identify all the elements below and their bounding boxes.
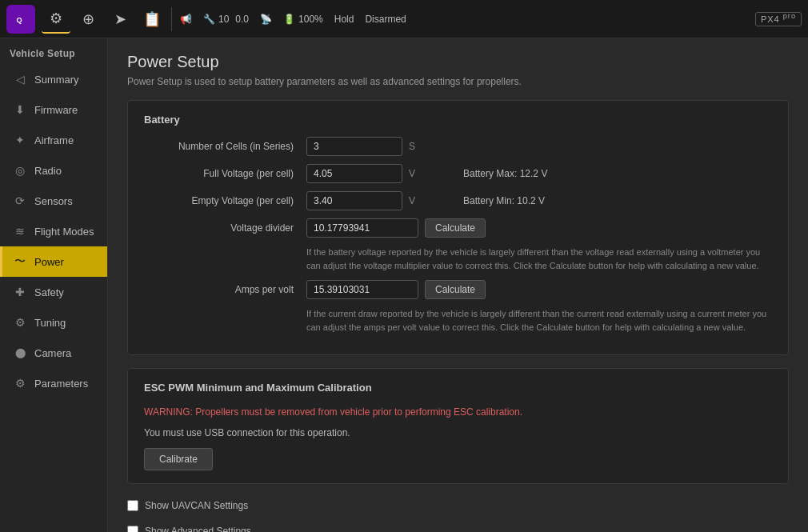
send-nav-icon[interactable]: ➤ [106,5,134,34]
empty-voltage-unit: V [409,195,425,206]
sidebar-item-safety[interactable]: Safety [0,277,107,307]
page-title: Power Setup [127,53,789,71]
app-logo[interactable]: Q [6,5,35,34]
sidebar-item-tuning[interactable]: Tuning [0,307,107,338]
sidebar-item-sensors[interactable]: Sensors [0,186,107,216]
sidebar-item-power[interactable]: Power [0,246,107,277]
calibrate-button[interactable]: Calibrate [144,448,213,470]
page-description: Power Setup is used to setup battery par… [127,76,789,87]
advanced-label[interactable]: Show Advanced Settings [145,526,251,532]
safety-icon [12,284,28,300]
firmware-icon [12,102,28,118]
sidebar-header: Vehicle Setup [0,42,107,64]
full-voltage-row: Full Voltage (per cell) V Battery Max: 1… [144,164,772,183]
sidebar-item-camera[interactable]: Camera [0,338,107,368]
battery-status: 🔋 100% [283,14,323,25]
counter-sub-value: 0.0 [235,14,249,25]
cells-row: Number of Cells (in Series) S [144,137,772,156]
sensors-icon [12,193,28,209]
uavcan-label[interactable]: Show UAVCAN Settings [145,500,248,511]
amps-per-volt-row: Amps per volt Calculate [144,280,772,299]
sidebar-label-parameters: Parameters [34,378,88,390]
amps-per-volt-input[interactable] [306,280,418,299]
topbar-status: 📢 🔧 10 0.0 📡 🔋 100% Hold Disarmed [180,14,406,25]
uavcan-checkbox-row: Show UAVCAN Settings [127,497,789,514]
esc-usb-note: You must use USB connection for this ope… [144,427,772,438]
sidebar-item-parameters[interactable]: Parameters [0,368,107,398]
sidebar-label-safety: Safety [34,286,64,298]
battery-max-label: Battery Max: 12.2 V [463,168,547,179]
doc-nav-icon[interactable]: 📋 [138,5,166,34]
megaphone-icon: 📢 [180,14,192,25]
cells-input[interactable] [306,137,402,156]
sidebar-label-camera: Camera [34,347,71,359]
hold-label: Hold [334,14,354,25]
esc-section: ESC PWM Minimum and Maximum Calibration … [127,368,789,484]
voltage-divider-calculate-button[interactable]: Calculate [425,218,486,238]
esc-section-title: ESC PWM Minimum and Maximum Calibration [144,382,772,394]
cells-unit: S [409,141,425,152]
armed-label: Disarmed [365,14,406,25]
sidebar-item-airframe[interactable]: Airframe [0,125,107,155]
radio-icon [12,162,28,178]
camera-icon [12,345,28,361]
summary-icon [12,71,28,87]
voltage-divider-input[interactable] [306,218,418,238]
voltage-divider-hint: If the battery voltage reported by the v… [306,246,770,272]
armed-status: Disarmed [365,14,406,25]
sidebar-label-tuning: Tuning [34,317,66,329]
full-voltage-unit: V [409,168,425,179]
advanced-checkbox-row: Show Advanced Settings [127,522,789,532]
signal-status: 📡 [260,14,272,25]
sidebar-item-radio[interactable]: Radio [0,155,107,186]
battery-pct: 100% [298,14,323,25]
tuning-icon [12,314,28,330]
topbar-divider [171,7,172,31]
flightmodes-icon [12,223,28,239]
voltage-divider-row: Voltage divider Calculate [144,218,772,238]
sidebar-item-summary[interactable]: Summary [0,64,107,94]
esc-warning: WARNING: Propellers must be removed from… [144,405,772,419]
parameters-icon [12,375,28,391]
sidebar-label-radio: Radio [34,165,62,177]
battery-icon: 🔋 [283,14,295,25]
uavcan-checkbox[interactable] [127,500,138,511]
sidebar-label-power: Power [34,256,64,268]
megaphone-status: 📢 [180,14,192,25]
signal-icon: 📡 [260,14,272,25]
counter-value: 10 [218,14,229,25]
full-voltage-label: Full Voltage (per cell) [144,168,300,179]
amps-per-volt-label: Amps per volt [144,284,300,295]
svg-text:Q: Q [17,15,22,23]
empty-voltage-row: Empty Voltage (per cell) V Battery Min: … [144,191,772,210]
brand-logo: PX4 pro [755,13,802,26]
airframe-icon [12,132,28,148]
sidebar-label-sensors: Sensors [34,195,73,207]
full-voltage-input[interactable] [306,164,402,183]
advanced-checkbox[interactable] [127,526,138,532]
sidebar-item-flightmodes[interactable]: Flight Modes [0,216,107,246]
wrench-status: 🔧 10 0.0 [203,14,249,25]
main-layout: Vehicle Setup Summary Firmware Airframe … [0,38,808,532]
gear-nav-icon[interactable]: ⚙ [42,5,70,34]
location-nav-icon[interactable]: ⊕ [74,5,102,34]
sidebar-label-airframe: Airframe [34,134,74,146]
battery-min-label: Battery Min: 10.2 V [463,195,545,206]
amps-per-volt-calculate-button[interactable]: Calculate [425,280,486,299]
empty-voltage-label: Empty Voltage (per cell) [144,195,300,206]
brand-text: PX4 pro [755,12,802,26]
sidebar-label-firmware: Firmware [34,104,78,116]
battery-section-title: Battery [144,114,772,126]
content-area: Power Setup Power Setup is used to setup… [108,38,808,532]
sidebar-label-flightmodes: Flight Modes [34,226,94,238]
sidebar-item-firmware[interactable]: Firmware [0,94,107,125]
topbar-nav-icons: ⚙ ⊕ ➤ 📋 [42,5,166,34]
power-icon [12,254,28,270]
amps-per-volt-hint: If the current draw reported by the vehi… [306,307,770,334]
sidebar-label-summary: Summary [34,74,79,86]
battery-section: Battery Number of Cells (in Series) S Fu… [127,100,789,355]
empty-voltage-input[interactable] [306,191,402,210]
sidebar: Vehicle Setup Summary Firmware Airframe … [0,38,108,532]
cells-label: Number of Cells (in Series) [144,141,300,152]
voltage-divider-label: Voltage divider [144,222,300,234]
